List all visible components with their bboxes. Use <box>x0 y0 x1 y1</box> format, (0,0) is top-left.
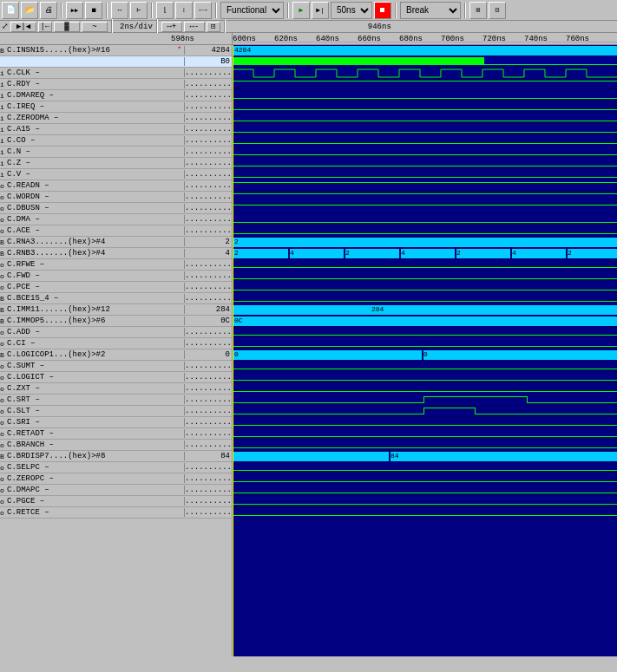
val-logicop1: 0 <box>184 350 232 359</box>
tb-btn-b[interactable]: |← <box>38 22 52 32</box>
dir-rnb3: B <box>0 250 7 258</box>
signal-row-rfwe[interactable]: o C.RFWE – ............ <box>0 259 232 271</box>
name-immop5: C.IMMOP5.....(hex)>#6 <box>7 316 177 325</box>
name-selpc: C.SELPC – <box>7 463 177 472</box>
name-fwd: C.FWD – <box>7 271 177 280</box>
name-rna3: C.RNA3.......(hex)>#4 <box>7 238 177 246</box>
signal-row-readn[interactable]: o C.READN – ............ <box>0 180 232 192</box>
name-rdy: C.RDY – <box>7 80 177 88</box>
signal-row-ireq[interactable]: i C.IREQ – ............ <box>0 101 232 113</box>
name-n: C.N – <box>7 147 177 156</box>
signal-row-immop5[interactable]: B C.IMMOP5.....(hex)>#6 0C <box>0 316 232 327</box>
signal-row-zxt[interactable]: o C.ZXT – ............ <box>0 383 232 395</box>
tb3[interactable]: ↔ <box>111 2 128 19</box>
signal-row-bce154[interactable]: B C.BCE15_4 – ............ <box>0 293 232 304</box>
signal-row-a15[interactable]: i C.A15 – ............ <box>0 124 232 135</box>
tb9[interactable]: ⊟ <box>489 2 506 19</box>
signal-row-ace[interactable]: o C.ACE – ............ <box>0 225 232 237</box>
print-button[interactable]: 🖨 <box>40 2 57 19</box>
signal-row-wordn[interactable]: o C.WORDN – ............ <box>0 192 232 203</box>
wave-fwd <box>233 271 617 282</box>
tb-btn-d[interactable]: ~ <box>82 22 108 32</box>
signal-row-imm11[interactable]: B C.IMM11......(hex)>#12 284 <box>0 304 232 316</box>
dir-zxt: o <box>0 385 7 393</box>
signal-row-dmapc[interactable]: o C.DMAPC – ............ <box>0 485 232 496</box>
signal-row-dma[interactable]: o C.DMA – ............ <box>0 214 232 225</box>
tick-svg <box>233 42 617 44</box>
dir-zeropc: o <box>0 475 7 483</box>
signal-row-retadt[interactable]: o C.RETADT – ............ <box>0 428 232 440</box>
step-button[interactable]: ▶| <box>312 2 329 19</box>
toolbar: 📄 📂 🖨 ▶▶ ⏹ ↔ ⊢ ⌊ ↕ ←→ Functional ▶ ▶| 50… <box>0 0 617 21</box>
dir-selpc: o <box>0 464 7 472</box>
signal-row-b0[interactable]: B0 <box>0 56 232 68</box>
stop-button[interactable]: ⏹ <box>374 2 391 19</box>
signal-row-selpc[interactable]: o C.SELPC – ............ <box>0 462 232 473</box>
open-button[interactable]: 📂 <box>21 2 38 19</box>
wave-z <box>233 158 617 169</box>
tb2[interactable]: ⏹ <box>85 2 102 19</box>
signal-row-zeropc[interactable]: o C.ZEROPC – ............ <box>0 473 232 485</box>
val-wordn: ............ <box>184 192 232 201</box>
val-zxt: ............ <box>184 384 232 393</box>
waveforms-panel[interactable]: 4284 <box>233 45 617 656</box>
tb-btn-a[interactable]: ▶|◀ <box>10 22 36 32</box>
signal-row-retce[interactable]: o C.RETCE – ............ <box>0 507 232 519</box>
signal-row-ci[interactable]: o C.CI – ............ <box>0 338 232 349</box>
signal-row-logict[interactable]: o C.LOGICT – ............ <box>0 372 232 383</box>
signal-row-branch[interactable]: o C.BRANCH – ............ <box>0 440 232 451</box>
signal-row-rdy[interactable]: i C.RDY – ............ <box>0 79 232 90</box>
signal-row-clk[interactable]: i C.CLK – ............ <box>0 68 232 79</box>
signal-row-z[interactable]: i C.Z – ............ <box>0 158 232 169</box>
signal-row-pce[interactable]: o C.PCE – ............ <box>0 282 232 293</box>
signal-row-rnb3[interactable]: B C.RNB3.......(hex)>#4 4 <box>0 248 232 259</box>
tb-zoom-out[interactable]: ↔- <box>184 22 205 32</box>
dir-srt: o <box>0 396 7 404</box>
signal-row-n[interactable]: i C.N – ............ <box>0 147 232 158</box>
val-slt: ............ <box>184 407 232 415</box>
tb-zoom-in[interactable]: ↔+ <box>161 22 182 32</box>
name-logicop1: C.LOGICOP1...(hex)>#2 <box>7 350 177 359</box>
signal-name-header: 598ns <box>0 33 233 44</box>
break-select[interactable]: Break <box>400 2 461 19</box>
wave-imm11: 284 <box>233 304 617 316</box>
new-button[interactable]: 📄 <box>2 2 19 19</box>
signal-row-sri[interactable]: o C.SRI – ............ <box>0 417 232 428</box>
wave-co <box>233 135 617 147</box>
tb-btn-c[interactable]: ▓ <box>54 22 80 32</box>
signal-row-v[interactable]: i C.V – ............ <box>0 169 232 180</box>
wave-pgce <box>233 496 617 507</box>
name-ci: C.CI – <box>7 339 177 348</box>
sep10 <box>224 19 226 35</box>
signal-row-slt[interactable]: o C.SLT – ............ <box>0 406 232 417</box>
signal-row-insn15[interactable]: B C.INSN15.....(hex)>#16 * 4284 <box>0 45 232 56</box>
tb8[interactable]: ⊞ <box>469 2 487 19</box>
signal-row-fwd[interactable]: o C.FWD – ............ <box>0 271 232 282</box>
sep7 <box>464 3 466 18</box>
signal-row-brdisp7[interactable]: B C.BRDISP7....(hex)>#8 84 <box>0 451 232 462</box>
signal-row-dmareq[interactable]: i C.DMAREQ – ............ <box>0 90 232 101</box>
run-button[interactable]: ▶ <box>292 2 310 19</box>
sep5 <box>287 3 289 18</box>
time-ruler: 598ns 600ns 620ns 640ns 660ns 680ns 700n… <box>0 33 617 45</box>
tb7[interactable]: ←→ <box>194 2 212 19</box>
signal-row-logicop1[interactable]: B C.LOGICOP1...(hex)>#2 0 <box>0 349 232 361</box>
signal-row-srt[interactable]: o C.SRT – ............ <box>0 395 232 406</box>
signal-row-sumt[interactable]: o C.SUMT – ............ <box>0 361 232 372</box>
speed-select[interactable]: 50ns <box>331 2 372 19</box>
tb6[interactable]: ↕ <box>175 2 193 19</box>
signal-row-co[interactable]: i C.CO – ............ <box>0 135 232 147</box>
signal-row-pgce[interactable]: o C.PGCE – ............ <box>0 496 232 507</box>
val-clk: ............ <box>184 69 232 77</box>
tb1[interactable]: ▶▶ <box>66 2 83 19</box>
tb-btn-e[interactable]: ⊡ <box>207 22 220 32</box>
dir-retadt: o <box>0 430 7 438</box>
tb4[interactable]: ⊢ <box>130 2 148 19</box>
signal-row-rna3[interactable]: B C.RNA3.......(hex)>#4 2 <box>0 237 232 248</box>
mode-select[interactable]: Functional <box>220 2 284 19</box>
val-pce: ............ <box>184 283 232 291</box>
tb5[interactable]: ⌊ <box>156 2 174 19</box>
signal-row-dbusn[interactable]: o C.DBUSN – ............ <box>0 203 232 214</box>
signal-row-zerodma[interactable]: i C.ZERODMA – ............ <box>0 113 232 124</box>
signal-row-add[interactable]: o C.ADD – ............ <box>0 327 232 338</box>
